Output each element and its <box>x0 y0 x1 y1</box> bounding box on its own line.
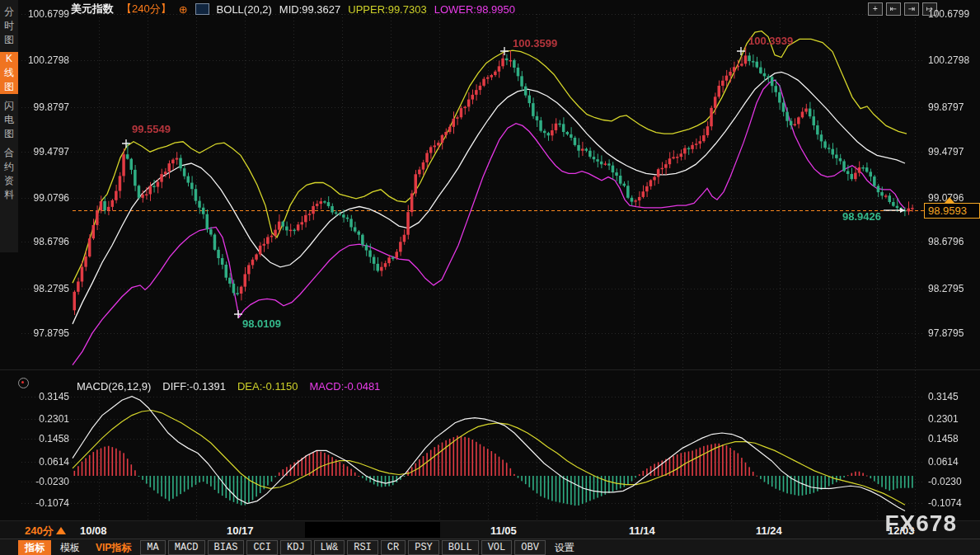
zoom-left-icon[interactable]: ⇤ <box>886 2 901 16</box>
boll-label: BOLL(20,2) <box>217 3 272 16</box>
toolbar-tab-CCI[interactable]: CCI <box>246 540 278 555</box>
axis-label: -0.0230 <box>928 476 962 487</box>
indicator-toolbar: 指标模板VIP指标MAMACDBIASCCIKDJLW&RSICRPSYBOLL… <box>0 539 980 555</box>
price-annotation: 98.9426 <box>842 210 881 223</box>
macd-dea-value: DEA:-0.1150 <box>237 380 298 393</box>
trading-app: 分时图K线图闪电图合约资料 美元指数 【240分】 ⊕ BOLL(20,2) M… <box>0 0 980 555</box>
price-up-arrow-icon <box>945 197 954 203</box>
timeframe-label[interactable]: 240分 <box>25 524 54 539</box>
indicator-settings-icon[interactable] <box>18 378 29 388</box>
toolbar-tab-BOLL[interactable]: BOLL <box>442 540 479 555</box>
macd-axis-right: 0.31450.23010.14580.0614-0.0230-0.1074 <box>926 0 979 555</box>
macd-axis-left: 0.31450.23010.14580.0614-0.0230-0.1074 <box>0 0 69 555</box>
price-annotation: 98.0109 <box>242 317 281 330</box>
last-price-tag: 98.9593 <box>924 203 980 219</box>
symbol-title: 美元指数 <box>71 2 114 16</box>
boll-lower-value: LOWER:98.9950 <box>434 3 515 16</box>
toolbar-tab-指标[interactable]: 指标 <box>18 540 51 555</box>
watermark: FX678 <box>885 510 958 537</box>
toolbar-tab-BIAS[interactable]: BIAS <box>208 540 245 555</box>
date-label: 10/17 <box>227 524 254 537</box>
toolbar-tab-KDJ[interactable]: KDJ <box>280 540 312 555</box>
price-annotation: 100.3939 <box>748 35 793 47</box>
axis-label: 0.2301 <box>39 413 69 425</box>
date-label: 11/05 <box>490 524 517 537</box>
toolbar-tab-RSI[interactable]: RSI <box>347 540 378 555</box>
toolbar-tab-设置[interactable]: 设置 <box>548 540 581 555</box>
axis-label: 0.3145 <box>39 391 69 402</box>
toolbar-tab-LW&[interactable]: LW& <box>314 540 345 555</box>
axis-label: 0.0614 <box>928 456 959 468</box>
toolbar-tab-VIP指标[interactable]: VIP指标 <box>89 540 138 555</box>
boll-mid-value: MID:99.3627 <box>279 3 340 16</box>
date-label: 11/14 <box>629 524 655 537</box>
date-label: 10/08 <box>80 524 107 537</box>
macd-header: MACD(26,12,9) DIFF:-0.1391 DEA:-0.1150 M… <box>77 380 380 393</box>
crosshair-icon[interactable]: + <box>868 2 883 16</box>
toolbar-tab-CR[interactable]: CR <box>381 540 406 555</box>
axis-label: 0.2301 <box>928 413 959 425</box>
toolbar-tab-MACD[interactable]: MACD <box>168 540 205 555</box>
toolbar-tab-OBV[interactable]: OBV <box>514 540 546 555</box>
add-indicator-icon[interactable]: ⊕ <box>179 3 188 16</box>
axis-label: 0.1458 <box>39 433 69 444</box>
date-label: 11/24 <box>756 524 782 537</box>
scroll-navigator[interactable] <box>305 522 440 538</box>
axis-label: -0.1074 <box>928 497 962 509</box>
axis-label: 0.0614 <box>39 456 69 468</box>
macd-diff-value: DIFF:-0.1391 <box>162 380 226 393</box>
price-annotation: 100.3599 <box>513 37 557 49</box>
axis-label: -0.1074 <box>35 497 69 509</box>
macd-macd-value: MACD:-0.0481 <box>309 380 380 393</box>
boll-upper-value: UPPER:99.7303 <box>348 3 426 16</box>
price-annotation: 99.5549 <box>132 123 171 135</box>
period-label[interactable]: 【240分】 <box>121 2 171 16</box>
chart-type-icon[interactable] <box>195 3 209 15</box>
axis-label: 0.1458 <box>928 433 959 444</box>
toolbar-tab-MA[interactable]: MA <box>140 540 165 555</box>
chart-canvas[interactable] <box>0 0 980 555</box>
chart-header: 美元指数 【240分】 ⊕ BOLL(20,2) MID:99.3627 UPP… <box>71 2 515 16</box>
toolbar-tab-PSY[interactable]: PSY <box>408 540 439 555</box>
toolbar-tab-模板[interactable]: 模板 <box>54 540 87 555</box>
timeframe-up-triangle-icon[interactable] <box>56 527 66 534</box>
axis-label: -0.0230 <box>35 476 69 487</box>
time-axis: 240分 10/0810/1711/0511/1411/2412/03 <box>0 521 980 539</box>
zoom-right-icon[interactable]: ⇥ <box>904 2 919 16</box>
axis-label: 0.3145 <box>928 391 959 402</box>
macd-title: MACD(26,12,9) <box>77 380 151 393</box>
toolbar-tab-VOL[interactable]: VOL <box>481 540 513 555</box>
